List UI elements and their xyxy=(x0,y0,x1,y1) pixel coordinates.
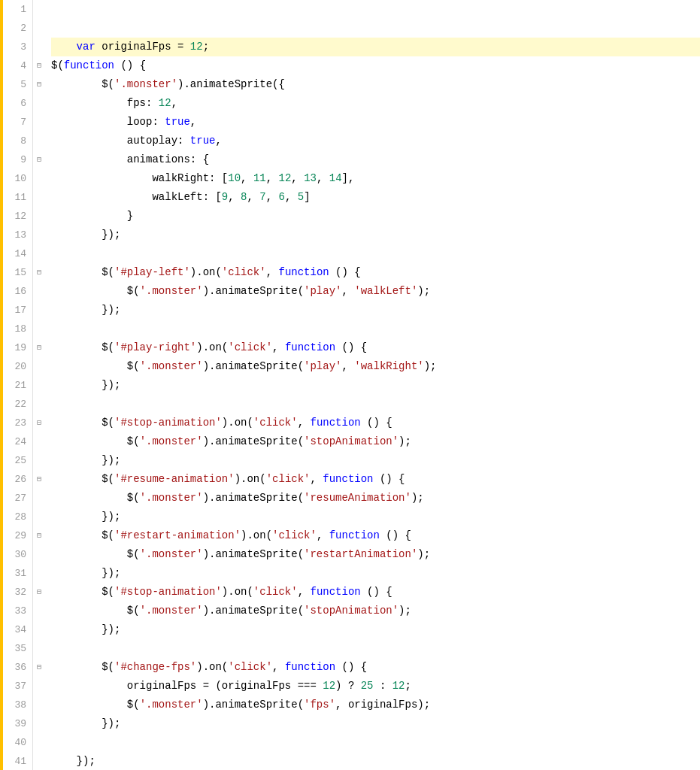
fold-marker-20 xyxy=(33,357,45,376)
token-11-plain: , xyxy=(247,191,259,203)
token-32-kw: function xyxy=(310,586,360,598)
line-number-4: 4 xyxy=(9,56,26,75)
line-number-1: 1 xyxy=(9,0,26,19)
fold-marker-26[interactable]: ⊟ xyxy=(33,470,45,489)
line-number-38: 38 xyxy=(9,696,26,714)
token-29-str: 'click' xyxy=(272,529,317,541)
token-30-str: 'restartAnimation' xyxy=(304,548,417,560)
token-23-plain: $( xyxy=(51,417,114,429)
token-10-num: 12 xyxy=(279,172,292,184)
token-20-plain: $( xyxy=(51,360,140,372)
token-11-num: 9 xyxy=(222,191,228,203)
fold-marker-29[interactable]: ⊟ xyxy=(33,526,45,545)
token-30-plain: $( xyxy=(51,548,140,560)
code-line-26: $('#resume-animation').on('click', funct… xyxy=(51,470,700,489)
fold-marker-32[interactable]: ⊟ xyxy=(33,583,45,602)
token-4-kw: function xyxy=(64,59,114,71)
token-3-plain: ; xyxy=(203,41,209,53)
token-26-plain: $( xyxy=(51,473,114,485)
token-10-plain: , xyxy=(291,172,304,184)
line-number-21: 21 xyxy=(9,376,26,395)
line-number-41: 41 xyxy=(9,752,26,770)
token-27-str: 'resumeAnimation' xyxy=(304,492,411,504)
code-line-33: $('.monster').animateSprite('stopAnimati… xyxy=(51,602,700,620)
fold-marker-4[interactable]: ⊟ xyxy=(33,56,45,75)
fold-marker-9[interactable]: ⊟ xyxy=(33,150,45,169)
token-24-plain: ); xyxy=(398,435,411,447)
line-number-32: 32 xyxy=(9,583,26,602)
token-10-plain: ], xyxy=(342,172,355,184)
line-number-36: 36 xyxy=(9,658,26,677)
token-27-plain: $( xyxy=(51,492,140,504)
code-line-30: $('.monster').animateSprite('restartAnim… xyxy=(51,545,700,564)
line-number-19: 19 xyxy=(9,338,26,357)
token-11-plain: walkLeft: [ xyxy=(51,191,222,203)
token-32-plain: , xyxy=(298,586,311,598)
token-4-plain: $( xyxy=(51,59,64,71)
token-30-plain: ); xyxy=(417,548,430,560)
line-number-11: 11 xyxy=(9,188,26,207)
token-38-plain: , originalFps); xyxy=(335,699,430,711)
token-23-kw: function xyxy=(310,417,360,429)
fold-marker-10 xyxy=(33,169,45,188)
line-number-35: 35 xyxy=(9,639,26,658)
token-33-str: 'stopAnimation' xyxy=(304,605,398,617)
token-29-plain: ).on( xyxy=(241,529,272,541)
token-38-plain: $( xyxy=(51,699,140,711)
fold-marker-23[interactable]: ⊟ xyxy=(33,414,45,432)
code-line-20: $('.monster').animateSprite('play', 'wal… xyxy=(51,357,700,376)
token-36-str: 'click' xyxy=(228,661,272,673)
token-15-plain: , xyxy=(266,266,279,278)
token-20-plain: ); xyxy=(424,360,437,372)
code-line-4: $(function () { xyxy=(51,56,700,75)
fold-marker-36[interactable]: ⊟ xyxy=(33,658,45,677)
code-line-28: }); xyxy=(51,508,700,526)
fold-marker-31 xyxy=(33,564,45,583)
token-36-plain: $( xyxy=(51,661,114,673)
fold-marker-19[interactable]: ⊟ xyxy=(33,338,45,357)
token-23-plain: ).on( xyxy=(222,417,253,429)
token-12-plain: } xyxy=(51,210,133,222)
code-line-34: }); xyxy=(51,620,700,639)
code-line-10: walkRight: [10, 11, 12, 13, 14], xyxy=(51,169,700,188)
code-line-2 xyxy=(51,19,700,38)
fold-marker-3 xyxy=(33,38,45,56)
token-41-plain: }); xyxy=(51,755,95,767)
fold-marker-37 xyxy=(33,677,45,696)
line-number-16: 16 xyxy=(9,282,26,301)
token-11-num: 5 xyxy=(298,191,304,203)
token-23-str: '#stop-animation' xyxy=(114,417,222,429)
line-number-6: 6 xyxy=(9,94,26,113)
line-number-8: 8 xyxy=(9,132,26,150)
token-10-num: 10 xyxy=(228,172,241,184)
line-number-5: 5 xyxy=(9,75,26,94)
token-19-plain: , xyxy=(272,341,285,353)
token-5-plain: $( xyxy=(51,78,114,90)
line-number-13: 13 xyxy=(9,226,26,244)
token-9-plain: animations: { xyxy=(51,153,209,165)
token-37-num: 12 xyxy=(392,680,405,692)
line-number-34: 34 xyxy=(9,620,26,639)
line-number-25: 25 xyxy=(9,451,26,470)
token-29-kw: function xyxy=(329,529,380,541)
code-line-13: }); xyxy=(51,226,700,244)
fold-marker-5[interactable]: ⊟ xyxy=(33,75,45,94)
fold-marker-15[interactable]: ⊟ xyxy=(33,263,45,282)
code-line-38: $('.monster').animateSprite('fps', origi… xyxy=(51,696,700,714)
code-line-39: }); xyxy=(51,714,700,733)
token-21-plain: }); xyxy=(51,379,120,391)
line-numbers-gutter: 1234567891011121314151617181920212223242… xyxy=(3,0,33,770)
token-33-str: '.monster' xyxy=(140,605,203,617)
token-15-plain: () { xyxy=(329,266,361,278)
line-number-26: 26 xyxy=(9,470,26,489)
code-line-7: loop: true, xyxy=(51,113,700,132)
code-line-11: walkLeft: [9, 8, 7, 6, 5] xyxy=(51,188,700,207)
code-line-32: $('#stop-animation').on('click', functio… xyxy=(51,583,700,602)
fold-gutter[interactable]: ⊟⊟ ⊟ ⊟ ⊟ ⊟ ⊟ ⊟ ⊟ ⊟ xyxy=(33,0,45,770)
token-37-num: 12 xyxy=(323,680,335,692)
fold-marker-22 xyxy=(33,395,45,414)
token-20-plain: , xyxy=(341,360,354,372)
code-line-36: $('#change-fps').on('click', function ()… xyxy=(51,658,700,677)
token-15-plain: $( xyxy=(51,266,114,278)
code-line-12: } xyxy=(51,207,700,226)
